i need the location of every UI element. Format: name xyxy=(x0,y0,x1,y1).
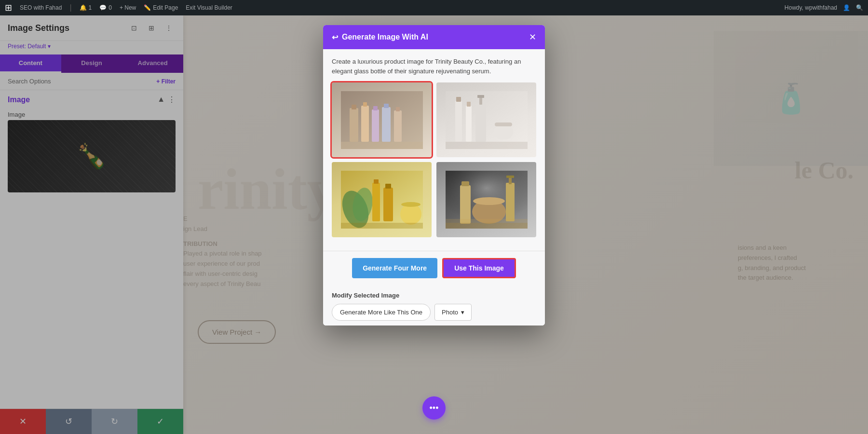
svg-rect-11 xyxy=(341,142,423,149)
edit-page-button[interactable]: ✏️ Edit Page xyxy=(144,4,178,11)
modify-section: Modify Selected Image Generate More Like… xyxy=(323,285,545,326)
photo-style-select[interactable]: Photo ▾ xyxy=(434,304,472,321)
svg-rect-35 xyxy=(460,185,471,224)
product-image-1 xyxy=(341,91,423,149)
use-this-image-button[interactable]: Use This Image xyxy=(442,258,516,278)
wp-logo[interactable]: ⊞ xyxy=(5,2,12,13)
svg-rect-20 xyxy=(494,125,513,139)
product-image-3 xyxy=(341,171,423,229)
svg-rect-43 xyxy=(446,223,528,229)
image-cell-4-inner xyxy=(436,162,536,237)
modal-overlay: ↩ Generate Image With AI ✕ Create a luxu… xyxy=(0,15,868,434)
generate-image-modal: ↩ Generate Image With AI ✕ Create a luxu… xyxy=(323,25,545,326)
generate-more-like-this-button[interactable]: Generate More Like This One xyxy=(332,304,431,321)
search-icon-admin[interactable]: 🔍 xyxy=(856,4,863,11)
svg-rect-4 xyxy=(363,102,367,107)
image-cell-1-inner xyxy=(332,82,432,157)
image-cell-2[interactable] xyxy=(436,82,536,157)
image-cell-1[interactable] xyxy=(332,82,432,157)
user-avatar[interactable]: 👤 xyxy=(843,4,850,11)
image-cell-2-inner xyxy=(436,82,536,157)
svg-rect-9 xyxy=(394,110,402,142)
svg-rect-41 xyxy=(506,176,514,178)
svg-rect-19 xyxy=(477,95,484,98)
user-greeting: Howdy, wpwithfahad xyxy=(785,4,837,11)
divider: | xyxy=(69,3,71,12)
back-icon[interactable]: ↩ xyxy=(332,33,338,42)
svg-rect-21 xyxy=(495,122,512,126)
svg-rect-36 xyxy=(461,181,469,186)
svg-point-38 xyxy=(473,197,505,205)
svg-rect-32 xyxy=(341,223,423,229)
modal-title: ↩ Generate Image With AI xyxy=(332,33,428,42)
new-button[interactable]: + New xyxy=(120,4,136,11)
image-cell-3[interactable] xyxy=(332,162,432,237)
modal-body: Create a luxurious product image for Tri… xyxy=(323,49,545,251)
modal-header: ↩ Generate Image With AI ✕ xyxy=(323,25,545,49)
image-cell-3-inner xyxy=(332,162,432,237)
chevron-down-icon: ▾ xyxy=(461,309,464,316)
modify-row: Generate More Like This One Photo ▾ xyxy=(332,304,536,321)
notifications[interactable]: 🔔 1 xyxy=(80,4,92,11)
svg-rect-10 xyxy=(396,107,400,111)
svg-rect-29 xyxy=(385,184,391,189)
svg-rect-1 xyxy=(350,108,358,142)
site-name[interactable]: SEO with Fahad xyxy=(20,4,62,11)
svg-rect-16 xyxy=(467,102,471,107)
product-image-4 xyxy=(446,171,528,229)
svg-rect-39 xyxy=(506,183,515,221)
svg-rect-27 xyxy=(374,179,379,184)
svg-point-31 xyxy=(401,202,420,207)
svg-rect-2 xyxy=(352,105,356,109)
image-cell-4[interactable] xyxy=(436,162,536,237)
product-image-2 xyxy=(446,91,528,149)
image-grid xyxy=(332,82,536,237)
svg-rect-26 xyxy=(372,183,380,221)
modal-close-button[interactable]: ✕ xyxy=(529,32,536,42)
svg-rect-5 xyxy=(372,109,379,142)
admin-bar-right: Howdy, wpwithfahad 👤 🔍 xyxy=(785,4,863,11)
svg-rect-13 xyxy=(455,101,462,142)
comments[interactable]: 💬 0 xyxy=(99,4,112,11)
modal-prompt: Create a luxurious product image for Tri… xyxy=(332,57,536,76)
svg-rect-17 xyxy=(475,103,486,142)
svg-rect-3 xyxy=(361,106,369,142)
modal-footer: Generate Four More Use This Image xyxy=(323,251,545,285)
svg-rect-6 xyxy=(373,106,378,110)
svg-rect-22 xyxy=(446,142,528,149)
svg-rect-28 xyxy=(383,188,393,221)
generate-four-more-button[interactable]: Generate Four More xyxy=(352,258,437,278)
exit-builder-button[interactable]: Exit Visual Builder xyxy=(186,4,232,11)
modify-label: Modify Selected Image xyxy=(332,292,536,299)
floating-menu-button[interactable]: ••• xyxy=(422,396,446,420)
admin-bar: ⊞ SEO with Fahad | 🔔 1 💬 0 + New ✏️ Edit… xyxy=(0,0,868,15)
svg-rect-8 xyxy=(384,104,389,108)
svg-rect-7 xyxy=(382,107,391,142)
svg-rect-15 xyxy=(466,106,472,142)
svg-rect-14 xyxy=(456,97,461,102)
